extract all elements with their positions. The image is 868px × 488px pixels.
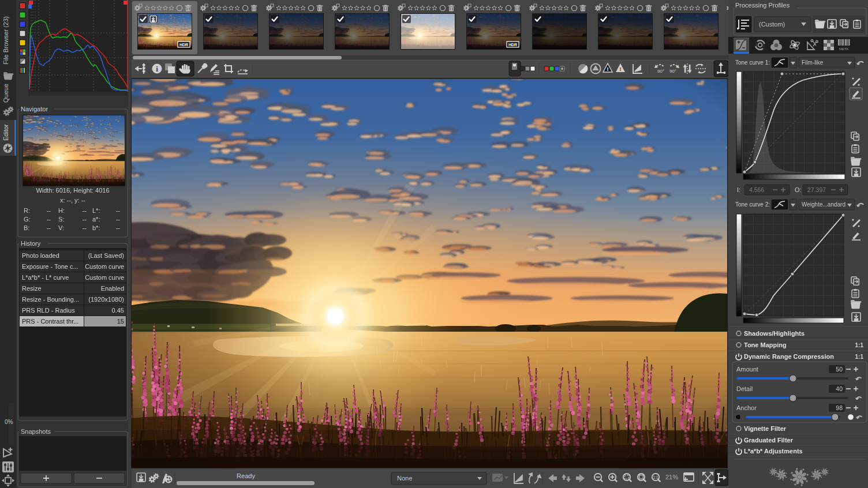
svg-text:HDR: HDR bbox=[508, 43, 517, 47]
svg-text:50: 50 bbox=[836, 366, 843, 373]
svg-text:Navigator: Navigator bbox=[21, 106, 48, 112]
svg-text:--: -- bbox=[83, 224, 87, 231]
svg-text:L*a*b* Adjustments: L*a*b* Adjustments bbox=[744, 448, 803, 455]
svg-text:Exposure - Tone c...: Exposure - Tone c... bbox=[22, 263, 78, 270]
svg-text:Photo loaded: Photo loaded bbox=[22, 252, 59, 259]
svg-text:90°: 90° bbox=[669, 69, 676, 74]
svg-text:(Custom): (Custom) bbox=[759, 21, 785, 28]
svg-text:Queue: Queue bbox=[2, 84, 9, 103]
svg-text:Shadows/Highlights: Shadows/Highlights bbox=[744, 330, 805, 337]
svg-text:40: 40 bbox=[836, 385, 843, 392]
svg-text:b*:: b*: bbox=[92, 224, 100, 231]
svg-text:PRS RLD - Radius: PRS RLD - Radius bbox=[22, 307, 75, 314]
svg-text:--: -- bbox=[116, 224, 121, 231]
svg-text:Tone Mapping: Tone Mapping bbox=[744, 341, 787, 348]
svg-text:Custom curve: Custom curve bbox=[85, 263, 124, 270]
svg-text:Enabled: Enabled bbox=[101, 285, 124, 292]
svg-text:Resize: Resize bbox=[22, 285, 42, 292]
svg-text:--: -- bbox=[83, 216, 87, 223]
svg-text:--: -- bbox=[47, 207, 51, 214]
svg-text:--: -- bbox=[83, 207, 87, 214]
svg-text:B:: B: bbox=[24, 224, 29, 231]
svg-text:Editor: Editor bbox=[2, 124, 9, 141]
svg-text:90°: 90° bbox=[657, 69, 664, 74]
svg-text:R:: R: bbox=[24, 207, 30, 214]
svg-text:a*:: a*: bbox=[92, 216, 100, 223]
svg-text:V:: V: bbox=[58, 224, 64, 231]
svg-text:Weighte...andard: Weighte...andard bbox=[802, 201, 845, 208]
svg-text:Amount: Amount bbox=[736, 366, 758, 373]
svg-text:Film-like: Film-like bbox=[802, 59, 824, 66]
svg-text:i: i bbox=[156, 65, 158, 73]
svg-text:(Last Saved): (Last Saved) bbox=[88, 252, 124, 259]
svg-text:--: -- bbox=[47, 216, 51, 223]
svg-text:0.45: 0.45 bbox=[112, 307, 124, 314]
svg-text:1:1: 1:1 bbox=[855, 342, 864, 348]
svg-text:Ready: Ready bbox=[237, 472, 255, 479]
svg-text:History: History bbox=[21, 240, 41, 247]
svg-text:Anchor: Anchor bbox=[736, 404, 757, 411]
svg-text:Tone curve 2:: Tone curve 2: bbox=[735, 201, 770, 208]
svg-text:L*:: L*: bbox=[92, 207, 100, 214]
svg-text:Vignette Filter: Vignette Filter bbox=[744, 425, 787, 432]
svg-text:Detail: Detail bbox=[736, 385, 753, 392]
svg-text:98: 98 bbox=[836, 404, 843, 411]
svg-text:PRS - Contrast thr...: PRS - Contrast thr... bbox=[22, 318, 78, 325]
svg-text:O:: O: bbox=[795, 186, 802, 193]
svg-text:File Browser (23): File Browser (23) bbox=[2, 16, 9, 65]
svg-text:21%: 21% bbox=[665, 474, 678, 481]
svg-text:4.566: 4.566 bbox=[749, 186, 764, 193]
svg-text:META: META bbox=[839, 47, 848, 51]
svg-text:Graduated Filter: Graduated Filter bbox=[744, 437, 794, 444]
svg-text:G:: G: bbox=[24, 216, 31, 223]
svg-text:I:: I: bbox=[737, 186, 740, 193]
svg-text:H:: H: bbox=[58, 207, 65, 214]
svg-text:Dynamic Range Compression: Dynamic Range Compression bbox=[744, 353, 834, 360]
svg-text:HDR: HDR bbox=[179, 43, 188, 47]
svg-text:L*a*b* - L* curve: L*a*b* - L* curve bbox=[22, 274, 69, 281]
svg-text:15: 15 bbox=[117, 318, 124, 325]
svg-text:1:1: 1:1 bbox=[855, 354, 864, 360]
svg-text:--: -- bbox=[116, 207, 121, 214]
svg-text:0%: 0% bbox=[5, 419, 13, 425]
svg-text:!: ! bbox=[620, 66, 622, 72]
svg-text:Custom curve: Custom curve bbox=[85, 274, 124, 281]
svg-text:27.397: 27.397 bbox=[807, 186, 826, 193]
svg-text:!: ! bbox=[607, 66, 609, 72]
svg-text:Resize - Bounding...: Resize - Bounding... bbox=[22, 296, 79, 303]
svg-text:--: -- bbox=[47, 224, 51, 231]
svg-text:None: None bbox=[397, 475, 412, 482]
svg-text:(1920x1080): (1920x1080) bbox=[88, 296, 124, 303]
svg-text:--: -- bbox=[116, 216, 121, 223]
svg-text:Tone curve 1:: Tone curve 1: bbox=[735, 59, 770, 66]
svg-text:Width: 6016, Height: 4016: Width: 6016, Height: 4016 bbox=[36, 187, 109, 194]
svg-text:Snapshots: Snapshots bbox=[21, 428, 51, 435]
svg-text:Processing Profiles: Processing Profiles bbox=[735, 2, 790, 9]
svg-text:S:: S: bbox=[58, 216, 64, 223]
svg-text:1:1: 1:1 bbox=[653, 475, 658, 479]
svg-text:x: --, y: --: x: --, y: -- bbox=[60, 197, 85, 204]
